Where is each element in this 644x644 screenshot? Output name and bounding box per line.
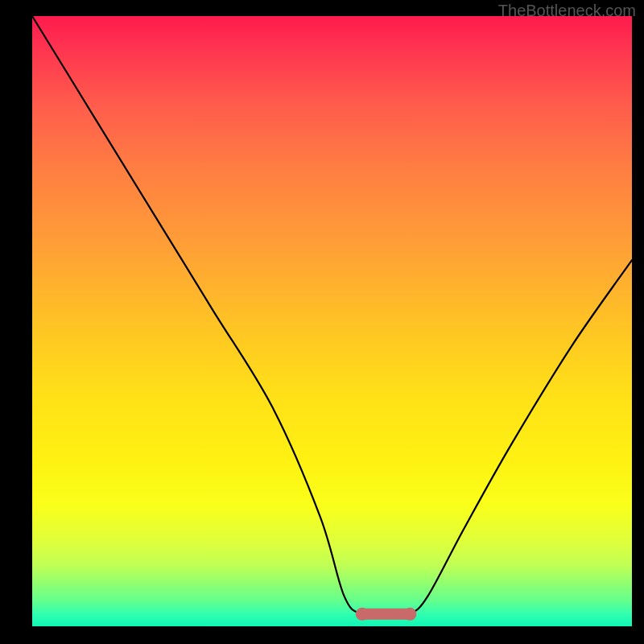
plot-area bbox=[32, 16, 632, 626]
watermark-text: TheBottleneck.com bbox=[498, 2, 636, 20]
bottleneck-curve-svg bbox=[32, 16, 632, 626]
bottleneck-curve-path bbox=[32, 16, 632, 615]
chart-container: TheBottleneck.com bbox=[0, 0, 644, 644]
flat-start-dot bbox=[356, 608, 369, 621]
flat-end-dot bbox=[403, 608, 416, 621]
